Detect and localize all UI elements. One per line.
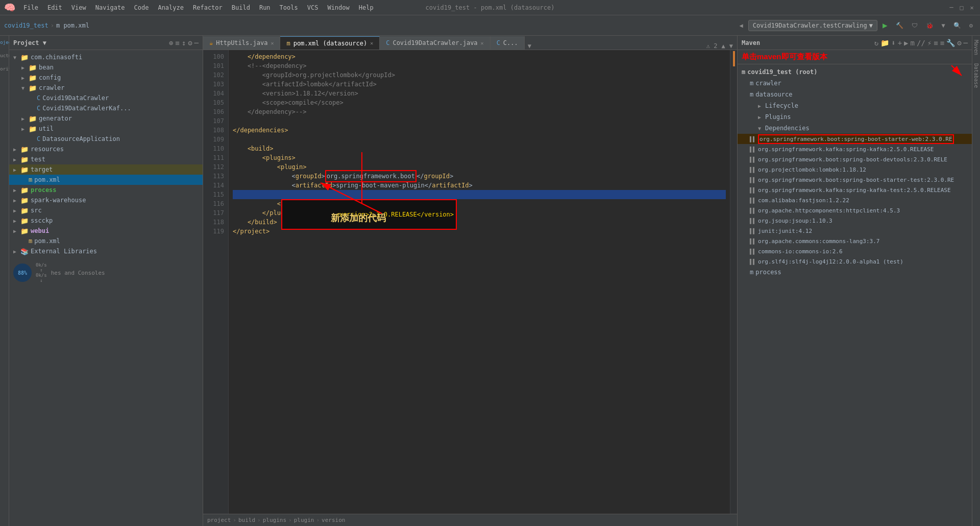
expand-arrow[interactable]: ▶ bbox=[13, 228, 20, 234]
expand-arrow[interactable]: ▶ bbox=[13, 208, 20, 213]
bc-build[interactable]: build bbox=[238, 517, 255, 523]
tree-item-target[interactable]: ▶ 📁 target bbox=[9, 164, 203, 175]
expand-arrow[interactable]: ▶ bbox=[21, 116, 29, 122]
maven-settings-btn[interactable]: 🔧 bbox=[946, 39, 955, 47]
tree-item-crawler1[interactable]: C Covid19DataCrawler bbox=[9, 93, 203, 103]
menu-build[interactable]: Build bbox=[228, 2, 254, 13]
tree-item-config[interactable]: ▶ 📁 config bbox=[9, 73, 203, 83]
tab-close-button[interactable]: ✕ bbox=[370, 40, 373, 46]
maven-crawler-item[interactable]: m crawler bbox=[738, 78, 972, 89]
tree-item-src[interactable]: ▶ 📁 src bbox=[9, 205, 203, 216]
maven-m-btn[interactable]: m bbox=[911, 39, 915, 47]
menu-help[interactable]: Help bbox=[355, 2, 378, 13]
settings-toolbar-button[interactable]: ⚙ bbox=[966, 20, 976, 31]
expand-arrow[interactable]: ▶ bbox=[21, 65, 29, 70]
expand-arrow[interactable]: ▼ bbox=[13, 55, 20, 60]
tab-close-button[interactable]: ✕ bbox=[271, 40, 274, 46]
back-button[interactable]: ◀ bbox=[736, 20, 746, 31]
tab-close-button[interactable]: ✕ bbox=[481, 40, 484, 46]
menu-code[interactable]: Code bbox=[130, 2, 153, 13]
expand-arrow[interactable]: ▶ bbox=[21, 126, 29, 132]
build-button[interactable]: 🔨 bbox=[893, 20, 906, 31]
minimize-button[interactable]: ─ bbox=[947, 4, 955, 12]
expand-arrow[interactable]: ▶ bbox=[13, 187, 20, 193]
expand-arrow[interactable]: ▶ bbox=[13, 218, 20, 224]
maven-refresh-btn[interactable]: ↻ bbox=[874, 39, 878, 47]
bc-plugins[interactable]: plugins bbox=[263, 517, 286, 523]
maven-comment-btn[interactable]: // bbox=[917, 39, 925, 47]
bc-plugin[interactable]: plugin bbox=[294, 517, 314, 523]
close-button[interactable]: ✕ bbox=[968, 4, 976, 12]
dep-item-6[interactable]: ▌▌ com.alibaba:fastjson:1.2.22 bbox=[738, 195, 972, 205]
maven-lightning-btn[interactable]: ⚡ bbox=[927, 39, 932, 47]
maven-datasource-item[interactable]: m datasource bbox=[738, 89, 972, 100]
tab-c[interactable]: C C... bbox=[491, 36, 525, 50]
expand-arrow[interactable]: ▶ bbox=[13, 157, 20, 162]
dep-item-2[interactable]: ▌▌ org.springframework.boot:spring-boot-… bbox=[738, 154, 972, 164]
tree-item-test[interactable]: ▶ 📁 test bbox=[9, 154, 203, 164]
maven-panel-settings-btn[interactable]: ⚙ bbox=[957, 39, 961, 47]
scratches-label[interactable]: hes and Consoles bbox=[51, 270, 105, 276]
panel-close-icon[interactable]: ─ bbox=[194, 39, 199, 47]
run-button[interactable]: ▶ bbox=[879, 19, 891, 32]
debug-button[interactable]: 🐞 bbox=[923, 20, 937, 31]
panel-expand-icon[interactable]: ≡ bbox=[175, 39, 179, 47]
dep-item-7[interactable]: ▌▌ org.apache.httpcomponents:httpclient:… bbox=[738, 205, 972, 216]
maven-list-btn[interactable]: ≡ bbox=[934, 39, 938, 47]
expand-arrow[interactable]: ▶ bbox=[21, 75, 29, 81]
panel-sort-icon[interactable]: ↕ bbox=[182, 39, 186, 47]
nav-down[interactable]: ▼ bbox=[729, 42, 733, 50]
maven-root-item[interactable]: m covid19_test (root) bbox=[738, 66, 972, 78]
expand-arrow[interactable]: ▶ bbox=[758, 103, 765, 109]
tree-item-process[interactable]: ▶ 📁 process bbox=[9, 185, 203, 195]
expand-arrow[interactable]: ▶ bbox=[13, 167, 20, 173]
menu-view[interactable]: View bbox=[67, 2, 90, 13]
tree-item-webui[interactable]: ▶ 📁 webui bbox=[9, 226, 203, 236]
dep-item-3[interactable]: ▌▌ org.projectlombok:lombok:1.18.12 bbox=[738, 164, 972, 175]
panel-settings-icon[interactable]: ⚙ bbox=[188, 39, 192, 47]
expand-arrow[interactable]: ▼ bbox=[758, 126, 765, 131]
coverage-button[interactable]: 🛡 bbox=[909, 20, 921, 31]
menu-analyze[interactable]: Analyze bbox=[154, 2, 188, 13]
maven-process-item[interactable]: m process bbox=[738, 267, 972, 278]
tree-item-datasource-app[interactable]: C DatasourceApplication bbox=[9, 134, 203, 144]
maven-add-btn[interactable]: + bbox=[898, 39, 902, 47]
menu-navigate[interactable]: Navigate bbox=[91, 2, 129, 13]
menu-edit[interactable]: Edit bbox=[43, 2, 66, 13]
menu-tools[interactable]: Tools bbox=[276, 2, 302, 13]
menu-run[interactable]: Run bbox=[255, 2, 275, 13]
maximize-button[interactable]: □ bbox=[958, 4, 966, 12]
tree-item-sscckp[interactable]: ▶ 📁 sscckp bbox=[9, 216, 203, 226]
search-button[interactable]: 🔍 bbox=[950, 20, 964, 31]
file-nav[interactable]: m pom.xml bbox=[56, 22, 89, 29]
dep-item-1[interactable]: ▌▌ org.springframework.kafka:spring-kafk… bbox=[738, 144, 972, 154]
tree-item-com-chinasofti[interactable]: ▼ 📁 com.chinasofti bbox=[9, 52, 203, 62]
maven-list2-btn[interactable]: ≡ bbox=[940, 39, 944, 47]
tree-item-pom2[interactable]: m pom.xml bbox=[9, 236, 203, 246]
panel-collapse-icon[interactable]: ⊕ bbox=[169, 39, 173, 47]
dep-item-4[interactable]: ▌▌ org.springframework.boot:spring-boot-… bbox=[738, 175, 972, 185]
menu-refactor[interactable]: Refactor bbox=[189, 2, 227, 13]
expand-arrow[interactable]: ▶ bbox=[13, 198, 20, 203]
project-name[interactable]: covid19_test bbox=[4, 22, 48, 29]
expand-arrow[interactable]: ▶ bbox=[13, 249, 20, 254]
tab-pom-xml[interactable]: m pom.xml (datasource) ✕ bbox=[280, 36, 380, 50]
maven-panel-close-btn[interactable]: ─ bbox=[964, 39, 968, 47]
tab-httputils[interactable]: ☕ HttpUtils.java ✕ bbox=[203, 36, 280, 50]
dep-item-0[interactable]: ▌▌ org.springframework.boot:spring-boot-… bbox=[738, 134, 972, 144]
expand-arrow[interactable]: ▼ bbox=[21, 85, 29, 91]
expand-arrow[interactable]: ▶ bbox=[13, 147, 20, 152]
dep-item-8[interactable]: ▌▌ org.jsoup:jsoup:1.10.3 bbox=[738, 216, 972, 226]
dep-item-10[interactable]: ▌▌ org.apache.commons:commons-lang3:3.7 bbox=[738, 236, 972, 246]
tree-item-spark[interactable]: ▶ 📁 spark-warehouse bbox=[9, 195, 203, 205]
expand-arrow[interactable]: ▶ bbox=[758, 114, 765, 120]
tab-covid19[interactable]: C Covid19DataCrawler.java ✕ bbox=[380, 36, 490, 50]
maven-dependencies-item[interactable]: ▼ Dependencies bbox=[738, 123, 972, 134]
tree-item-generator[interactable]: ▶ 📁 generator bbox=[9, 113, 203, 124]
menu-file[interactable]: File bbox=[19, 2, 42, 13]
menu-window[interactable]: Window bbox=[323, 2, 353, 13]
maven-run-btn[interactable]: ▶ bbox=[904, 39, 908, 47]
maven-plugins-item[interactable]: ▶ Plugins bbox=[738, 111, 972, 123]
tree-item-resources[interactable]: ▶ 📁 resources bbox=[9, 144, 203, 154]
run-configuration[interactable]: Covid19DataCrawler.testCrawling ▼ bbox=[748, 20, 877, 31]
